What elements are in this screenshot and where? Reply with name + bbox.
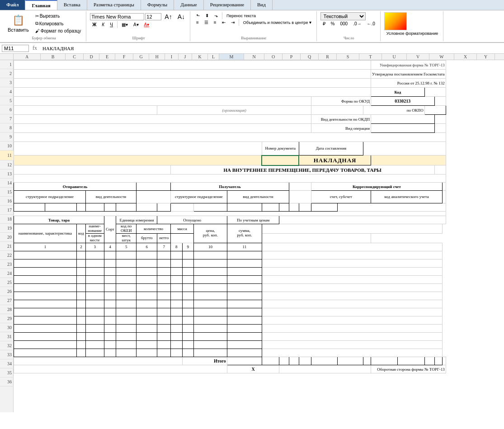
data-row-24-col-1[interactable] [76,267,85,275]
number-format-select[interactable]: Текстовый [320,12,366,20]
data-row-29-col-0[interactable] [14,308,77,316]
data-row-29-col-4[interactable] [116,308,137,316]
data-row-28-col-9[interactable] [194,300,227,308]
data-row-26-col-3[interactable] [104,283,116,292]
data-row-24-col-6[interactable] [157,267,170,275]
data-row-23-col-2[interactable] [85,259,104,267]
data-row-34-col-3[interactable] [104,349,116,357]
data-row-22-col-3[interactable] [104,251,116,259]
data-row-34-col-5[interactable] [137,349,157,357]
font-color-btn[interactable]: A▾ [142,21,152,28]
cell-reference-input[interactable] [2,45,29,52]
data-row-23-col-6[interactable] [157,259,170,267]
data-row-22-col-1[interactable] [76,251,85,259]
formula-input[interactable] [41,45,502,52]
data-row-25-col-7[interactable] [170,275,182,283]
data-row-31-col-8[interactable] [182,324,194,332]
data-row-31-col-5[interactable] [137,324,157,332]
decrease-dec-btn[interactable]: ←.0 [365,20,377,27]
align-right-btn[interactable]: ≡ [212,19,219,26]
data-row-23-col-8[interactable] [182,259,194,267]
data-row-29-col-10[interactable] [227,308,262,316]
data-row-33-col-10[interactable] [227,340,262,349]
data-row-26-col-0[interactable] [14,283,77,292]
data-row-25-col-6[interactable] [157,275,170,283]
data-row-33-col-6[interactable] [157,340,170,349]
data-row-32-col-10[interactable] [227,332,262,340]
data-row-33-col-3[interactable] [104,340,116,349]
wrap-text-btn[interactable]: Перенос текста [224,13,258,19]
tab-view[interactable]: Вид [251,0,273,10]
bold-button[interactable]: Ж [90,21,99,28]
data-row-34-col-7[interactable] [170,349,182,357]
data-row-24-col-10[interactable] [227,267,262,275]
data-row-22-col-7[interactable] [170,251,182,259]
tab-formulas[interactable]: Формулы [141,0,174,10]
data-row-25-col-5[interactable] [137,275,157,283]
data-row-26-col-5[interactable] [137,283,157,292]
data-row-30-col-0[interactable] [14,316,77,324]
data-row-31-col-3[interactable] [104,324,116,332]
data-row-33-col-0[interactable] [14,340,77,349]
data-row-26-col-8[interactable] [182,283,194,292]
data-row-22-col-8[interactable] [182,251,194,259]
data-row-33-col-1[interactable] [76,340,85,349]
data-row-22-col-4[interactable] [116,251,137,259]
data-row-33-col-5[interactable] [137,340,157,349]
data-row-34-col-2[interactable] [85,349,104,357]
align-bottom-btn[interactable]: ⬎ [212,12,220,19]
data-row-28-col-3[interactable] [104,300,116,308]
data-row-27-col-6[interactable] [157,292,170,300]
data-row-27-col-10[interactable] [227,292,262,300]
align-center-v-btn[interactable]: ⬍ [203,12,211,19]
data-row-28-col-8[interactable] [182,300,194,308]
data-row-27-col-4[interactable] [116,292,137,300]
data-row-24-col-7[interactable] [170,267,182,275]
data-row-25-col-8[interactable] [182,275,194,283]
data-row-23-col-3[interactable] [104,259,116,267]
data-row-26-col-9[interactable] [194,283,227,292]
data-row-29-col-9[interactable] [194,308,227,316]
data-row-30-col-3[interactable] [104,316,116,324]
data-row-30-col-10[interactable] [227,316,262,324]
data-row-24-col-2[interactable] [85,267,104,275]
data-row-27-col-0[interactable] [14,292,77,300]
data-row-24-col-4[interactable] [116,267,137,275]
data-row-25-col-2[interactable] [85,275,104,283]
data-row-30-col-6[interactable] [157,316,170,324]
thousands-btn[interactable]: 000 [338,20,350,27]
data-row-25-col-4[interactable] [116,275,137,283]
data-row-34-col-9[interactable] [194,349,227,357]
data-row-22-col-2[interactable] [85,251,104,259]
data-row-27-col-9[interactable] [194,292,227,300]
data-row-26-col-6[interactable] [157,283,170,292]
data-row-28-col-7[interactable] [170,300,182,308]
format-painter-button[interactable]: 🖌 Формат по образцу [33,28,84,34]
percent-btn[interactable]: % [329,20,337,27]
data-row-32-col-5[interactable] [137,332,157,340]
data-row-22-col-9[interactable] [194,251,227,259]
data-row-26-col-7[interactable] [170,283,182,292]
data-row-29-col-6[interactable] [157,308,170,316]
tab-review[interactable]: Рецензирование [204,0,251,10]
data-row-27-col-3[interactable] [104,292,116,300]
align-left-btn[interactable]: ≡ [194,19,201,26]
data-row-29-col-1[interactable] [76,308,85,316]
data-row-31-col-6[interactable] [157,324,170,332]
data-row-23-col-10[interactable] [227,259,262,267]
data-row-30-col-9[interactable] [194,316,227,324]
data-row-30-col-2[interactable] [85,316,104,324]
data-row-23-col-1[interactable] [76,259,85,267]
data-row-24-col-8[interactable] [182,267,194,275]
borders-btn[interactable]: ▦▾ [119,21,130,28]
data-row-32-col-3[interactable] [104,332,116,340]
data-row-25-col-1[interactable] [76,275,85,283]
data-row-26-col-1[interactable] [76,283,85,292]
data-row-26-col-10[interactable] [227,283,262,292]
data-row-34-col-6[interactable] [157,349,170,357]
align-center-btn[interactable]: ☰ [202,19,211,26]
decrease-indent-btn[interactable]: ⇤ [220,19,228,26]
align-left-top-btn[interactable]: ⬑ [194,12,202,19]
data-row-30-col-4[interactable] [116,316,137,324]
tab-data[interactable]: Данные [174,0,203,10]
